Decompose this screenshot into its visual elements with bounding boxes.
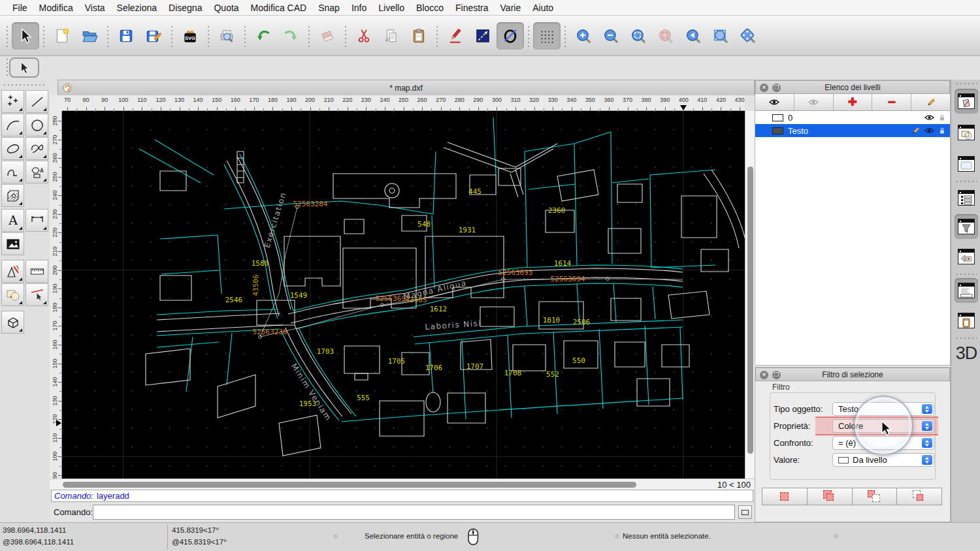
layer-color-swatch[interactable] — [772, 127, 783, 134]
map-label-2506: 2506 — [573, 318, 591, 326]
measure-tool[interactable] — [25, 260, 48, 283]
layer-panel-toggle[interactable] — [955, 89, 978, 114]
dimension-tool[interactable] — [25, 209, 48, 232]
zoom-window-button[interactable] — [707, 22, 734, 50]
menu-quota[interactable]: Quota — [208, 3, 244, 13]
menu-seleziona[interactable]: Seleziona — [111, 3, 163, 13]
modify-tool[interactable] — [1, 260, 24, 283]
selection-tool-button[interactable] — [9, 57, 39, 78]
close-panel-button[interactable]: ✕ — [760, 371, 768, 379]
divide-tool[interactable] — [1, 283, 24, 306]
intersect-selection-button[interactable] — [897, 488, 942, 505]
polyline-tool[interactable] — [1, 161, 24, 183]
selection-arrow-button[interactable] — [12, 22, 39, 50]
image-tool[interactable] — [1, 232, 24, 255]
new-file-button[interactable] — [48, 22, 76, 50]
layer-visible-icon[interactable] — [924, 114, 934, 121]
cut-button[interactable]: + — [350, 22, 378, 50]
layer-lock-icon[interactable] — [939, 114, 945, 121]
add-to-selection-button[interactable] — [808, 488, 853, 505]
print-preview-button[interactable] — [213, 22, 240, 50]
solid-tool[interactable] — [1, 311, 24, 334]
remove-layer-button[interactable]: ━ — [872, 94, 911, 110]
add-layer-button[interactable]: ✚ — [834, 94, 873, 110]
command-options-button[interactable] — [738, 505, 752, 519]
command-panel-toggle[interactable] — [955, 278, 978, 303]
zoom-pan-button[interactable] — [734, 22, 762, 50]
edit-pencil-button[interactable] — [442, 22, 469, 50]
list-panel-toggle[interactable] — [955, 185, 978, 210]
line-tool-button[interactable] — [469, 22, 497, 50]
undo-button[interactable] — [250, 22, 277, 50]
projection-panel-toggle[interactable] — [955, 244, 978, 269]
open-file-button[interactable] — [76, 22, 103, 50]
selection-filter-toggle[interactable] — [955, 214, 978, 239]
library-panel-toggle[interactable] — [955, 151, 978, 176]
layer-row-0[interactable]: 0 — [755, 111, 950, 124]
document-titlebar[interactable]: * map.dxf — [57, 80, 755, 95]
circle-tool[interactable] — [25, 114, 48, 136]
edit-layer-button[interactable] — [911, 94, 950, 110]
menu-aiuto[interactable]: Aiuto — [527, 3, 559, 13]
layer-edit-icon[interactable] — [911, 127, 920, 135]
delete-button[interactable] — [314, 22, 341, 50]
detach-panel-button[interactable]: ❐ — [772, 84, 781, 92]
save-button[interactable] — [112, 22, 140, 50]
paste-button[interactable] — [405, 22, 433, 50]
snap-tool[interactable] — [25, 283, 48, 306]
menu-info[interactable]: Info — [346, 3, 372, 13]
zoom-previous-button[interactable] — [679, 22, 707, 50]
menu-vista[interactable]: Vista — [79, 3, 111, 13]
show-all-layers-button[interactable] — [755, 94, 794, 110]
arc-tool[interactable] — [1, 114, 24, 136]
shape-tool[interactable] — [25, 161, 48, 183]
hatch-tool[interactable] — [1, 184, 24, 207]
menu-livello[interactable]: Livello — [372, 3, 410, 13]
spline-tool[interactable] — [25, 137, 48, 160]
layer-lock-icon[interactable] — [939, 127, 945, 134]
command-history[interactable]: Comando: layeradd — [51, 490, 753, 502]
drawing-canvas[interactable]: 4452360548193116141580254615491612181025… — [62, 111, 745, 479]
menu-disegna[interactable]: Disegna — [163, 3, 208, 13]
canvas-vertical-scrollbar[interactable] — [745, 111, 755, 479]
text-tool[interactable]: A — [1, 209, 24, 232]
points-tool[interactable] — [1, 90, 24, 113]
menu-blocco[interactable]: Blocco — [410, 3, 449, 13]
3d-mode-label[interactable]: 3D — [954, 343, 979, 364]
svg-export-button[interactable]: SVG — [176, 22, 204, 50]
menu-varie[interactable]: Varie — [495, 3, 527, 13]
block-panel-toggle[interactable] — [955, 120, 978, 145]
menu-snap[interactable]: Snap — [312, 3, 346, 13]
menu-finestra[interactable]: Finestra — [449, 3, 495, 13]
value-value: Da livello — [853, 455, 887, 465]
zoom-auto-button[interactable] — [625, 22, 652, 50]
detach-panel-button[interactable]: ❐ — [772, 371, 781, 379]
ellipse-tool[interactable] — [1, 137, 24, 160]
save-as-button[interactable] — [140, 22, 167, 50]
zoom-selection-button[interactable] — [652, 22, 679, 50]
hide-all-layers-button[interactable] — [794, 94, 834, 110]
canvas-horizontal-scrollbar[interactable] — [62, 479, 706, 490]
zoom-out-button[interactable] — [597, 22, 625, 50]
redo-button[interactable] — [277, 22, 304, 50]
layer-row-testo[interactable]: Testo — [755, 124, 950, 137]
zoom-in-button[interactable] — [570, 22, 597, 50]
menu-modifica-cad[interactable]: Modifica CAD — [245, 3, 313, 13]
save-icon — [118, 27, 135, 44]
grid-toggle-button[interactable] — [533, 22, 561, 50]
layer-visible-icon[interactable] — [924, 127, 934, 134]
main-toolbar: SVG + + — [0, 16, 980, 56]
subtract-from-selection-button[interactable] — [853, 488, 898, 505]
command-input[interactable] — [93, 505, 735, 520]
copy-button[interactable]: + — [378, 22, 405, 50]
layer-color-swatch[interactable] — [772, 114, 783, 121]
line-tool[interactable] — [25, 90, 48, 113]
menu-modifica[interactable]: Modifica — [33, 3, 79, 13]
close-panel-button[interactable]: ✕ — [760, 84, 768, 92]
clipboard-panel-toggle[interactable] — [955, 308, 978, 333]
horizontal-scroll-thumb[interactable] — [63, 482, 636, 488]
replace-selection-button[interactable] — [762, 488, 808, 505]
vertical-scroll-thumb[interactable] — [747, 166, 753, 454]
menu-file[interactable]: File — [7, 3, 33, 13]
circle-slash-button[interactable] — [497, 22, 524, 50]
